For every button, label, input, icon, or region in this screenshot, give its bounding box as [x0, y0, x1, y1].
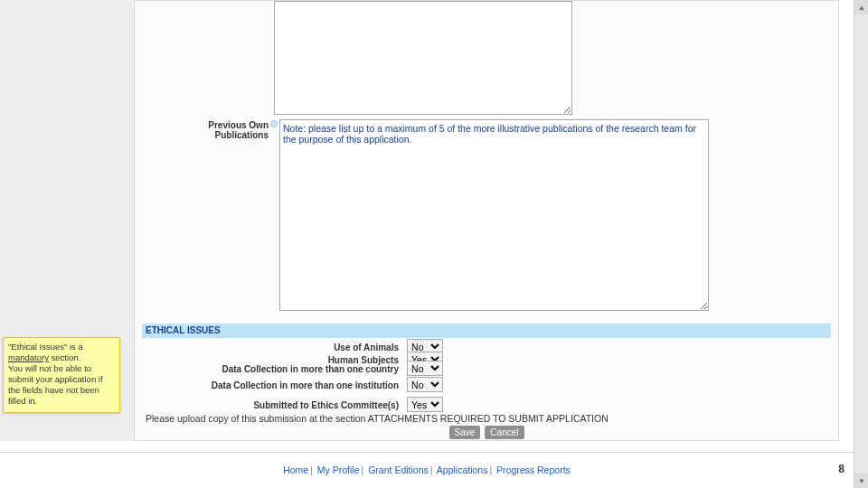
- page-number: 8: [838, 463, 844, 475]
- sticky-mandatory-underline: mandatory: [8, 352, 49, 362]
- ethical-row-submitted-committee: Submitted to Ethics Committee(s) YesNo: [142, 397, 831, 411]
- prev-publications-label: Previous Own Publications: [165, 120, 269, 140]
- unnamed-textarea[interactable]: [274, 1, 572, 115]
- application-form-panel: Previous Own Publications Note: please l…: [134, 0, 839, 441]
- ethical-issues-header: ETHICAL ISSUES: [142, 324, 831, 338]
- footer-link-grant-editions[interactable]: Grant Editions: [368, 465, 429, 475]
- footer-link-progress-reports[interactable]: Progress Reports: [496, 465, 571, 475]
- viewport: Previous Own Publications Note: please l…: [0, 0, 868, 488]
- ef-label: Data Collection in more than one institu…: [142, 380, 399, 390]
- form-buttons: Save Cancel: [135, 426, 838, 439]
- upload-note: Please upload copy of this submission at…: [146, 413, 609, 424]
- cancel-button[interactable]: Cancel: [485, 426, 524, 439]
- data-institution-select[interactable]: NoYes: [407, 377, 443, 392]
- save-button[interactable]: Save: [449, 426, 481, 439]
- scroll-up-icon[interactable]: ▲: [854, 0, 868, 14]
- footer-link-my-profile[interactable]: My Profile: [317, 465, 360, 475]
- vertical-scrollbar[interactable]: ▲ ▼: [854, 0, 868, 488]
- sticky-line: You will not be able to submit your appl…: [8, 363, 115, 407]
- sticky-line: "Ethical Issues" is a mandatory section.: [8, 342, 115, 363]
- annotation-sticky: "Ethical Issues" is a mandatory section.…: [3, 337, 120, 413]
- scroll-down-icon[interactable]: ▼: [854, 474, 868, 488]
- document-page: Previous Own Publications Note: please l…: [0, 0, 854, 488]
- data-country-select[interactable]: NoYes: [407, 361, 443, 376]
- sticky-text: section.: [49, 352, 80, 362]
- ef-label: Submitted to Ethics Committee(s): [142, 400, 399, 410]
- footer-link-home[interactable]: Home: [283, 465, 308, 475]
- sticky-text: "Ethical Issues" is a: [8, 342, 83, 352]
- submitted-committee-select[interactable]: YesNo: [407, 397, 443, 412]
- footer-link-applications[interactable]: Applications: [437, 465, 488, 475]
- ef-label: Data Collection in more than one country: [142, 364, 399, 374]
- footer-links: Home| My Profile| Grant Editions| Applic…: [0, 465, 854, 475]
- help-icon[interactable]: [270, 120, 278, 127]
- prev-publications-textarea[interactable]: Note: please list up to a maximum of 5 o…: [279, 119, 709, 311]
- footer-divider: [0, 452, 854, 453]
